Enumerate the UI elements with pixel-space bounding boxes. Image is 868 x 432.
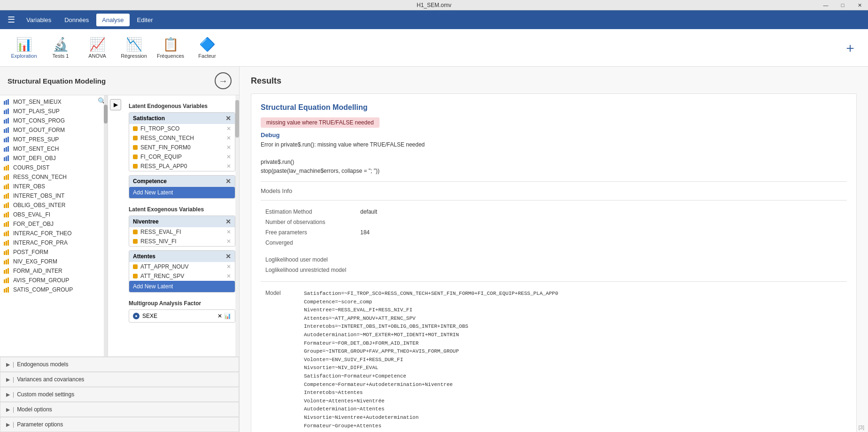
toolbar-facteur[interactable]: 🔷 Facteur [191, 33, 224, 63]
var-avis-form-group[interactable]: AVIS_FORM_GROUP [0, 276, 108, 285]
close-attentes-button[interactable]: ✕ [225, 253, 231, 260]
remove-item-button[interactable]: ✕ [226, 163, 231, 170]
var-mot-sen-mieux[interactable]: MOT_SEN_MIEUX [0, 97, 108, 107]
svg-rect-17 [8, 146, 9, 152]
svg-rect-1 [6, 100, 7, 105]
svg-rect-35 [8, 202, 9, 208]
var-name: MOT_PRES_SUP [13, 136, 59, 143]
item-dot [133, 164, 138, 169]
bar-chart-icon-yellow [4, 287, 10, 293]
svg-rect-12 [4, 139, 5, 142]
remove-item-button[interactable]: ✕ [226, 125, 231, 132]
latent-item-ress-conn-tech: RESS_CONN_TECH ✕ [129, 133, 235, 143]
facteur-label: Facteur [198, 53, 216, 59]
toolbar-frequences[interactable]: 📋 Fréquences [154, 33, 187, 63]
var-satis-comp-group[interactable]: SATIS_COMP_GROUP [0, 285, 108, 294]
svg-rect-53 [8, 259, 9, 264]
panel-content: 🔍 MOT_SEN_MIEUX MOT_PLAIS_SUP MOT_CONS_P… [0, 95, 239, 356]
bar-chart-icon-yellow [4, 212, 10, 217]
var-oblig-obs-inter[interactable]: OBLIG_OBS_INTER [0, 201, 108, 210]
bottom-items: ▶ | Endogenous models ▶ | Variances and … [0, 356, 239, 432]
var-name: INTERAC_FOR_THEO [13, 230, 72, 237]
var-mot-sent-ech[interactable]: MOT_SENT_ECH [0, 144, 108, 154]
var-ress-conn-tech[interactable]: RESS_CONN_TECH [0, 172, 108, 182]
config-scrollbar[interactable] [235, 95, 239, 356]
remove-item-button[interactable]: ✕ [226, 263, 231, 270]
var-mot-defi-obj[interactable]: MOT_DEFI_OBJ [0, 154, 108, 163]
var-mot-cons-prog[interactable]: MOT_CONS_PROG [0, 116, 108, 125]
menu-variables[interactable]: Variables [21, 14, 57, 26]
maximize-button[interactable]: □ [834, 0, 851, 10]
var-mot-gout-form[interactable]: MOT_GOUT_FORM [0, 125, 108, 135]
var-mot-pres-sup[interactable]: MOT_PRES_SUP [0, 135, 108, 144]
var-interac-for-theo[interactable]: INTERAC_FOR_THEO [0, 229, 108, 238]
svg-rect-33 [4, 204, 5, 208]
add-new-latent-exogenous-button[interactable]: Add New Latent [129, 281, 235, 292]
close-button[interactable]: ✕ [851, 0, 868, 10]
menu-editer[interactable]: Editer [132, 14, 159, 26]
bar-chart-icon [4, 137, 10, 142]
latent-item-fi-trop-sco: FI_TROP_SCO ✕ [129, 124, 235, 133]
item-dot [133, 126, 138, 131]
model-options-item[interactable]: ▶ | Model options [0, 402, 239, 417]
toolbar-regression[interactable]: 📉 Régression [117, 33, 150, 63]
var-obs-eval-fi[interactable]: OBS_EVAL_FI [0, 210, 108, 219]
ll-value [356, 255, 846, 264]
modules-button[interactable]: ＋ [840, 35, 860, 61]
toolbar-exploration[interactable]: 📊 Exploration [8, 33, 40, 63]
var-form-aid-inter[interactable]: FORM_AID_INTER [0, 266, 108, 276]
minimize-button[interactable]: — [817, 0, 834, 10]
multigroup-chart-icon[interactable]: 📊 [224, 313, 231, 319]
menu-analyse[interactable]: Analyse [96, 14, 129, 26]
latent-header-satisfaction: Satisfaction ✕ [129, 113, 235, 124]
latent-item-ress-pla-app0: RESS_PLA_APP0 ✕ [129, 162, 235, 171]
var-interac-for-pra[interactable]: INTERAC_FOR_PRA [0, 238, 108, 247]
var-niv-exg-form[interactable]: NIV_EXG_FORM [0, 257, 108, 266]
remove-item-button[interactable]: ✕ [226, 135, 231, 141]
info-value [356, 238, 846, 247]
pipe-separator: | [13, 421, 14, 428]
var-mot-plais-sup[interactable]: MOT_PLAIS_SUP [0, 107, 108, 116]
svg-rect-48 [4, 251, 5, 255]
add-new-latent-endogenous-button[interactable]: Add New Latent [129, 187, 235, 198]
menu-donnees[interactable]: Données [59, 14, 94, 26]
custom-model-settings-item[interactable]: ▶ | Custom model settings [0, 387, 239, 402]
remove-item-button[interactable]: ✕ [226, 229, 231, 235]
var-cours-dist[interactable]: COURS_DIST [0, 163, 108, 172]
remove-item-button[interactable]: ✕ [226, 144, 231, 151]
var-inter-obs[interactable]: INTER_OBS [0, 182, 108, 191]
toolbar-tests[interactable]: 🔬 Tests 1 [44, 33, 77, 63]
svg-rect-61 [6, 288, 7, 293]
transfer-right-button[interactable]: ▶ [110, 99, 121, 110]
svg-rect-19 [6, 156, 7, 161]
remove-item-button[interactable]: ✕ [226, 273, 231, 279]
endogenous-models-item[interactable]: ▶ | Endogenous models [0, 357, 239, 372]
variances-covariances-item[interactable]: ▶ | Variances and covariances [0, 372, 239, 387]
multigroup-remove-icon[interactable]: ✕ [217, 313, 222, 319]
svg-rect-29 [8, 184, 9, 189]
latent-name: Attentes [133, 253, 155, 260]
var-post-form[interactable]: POST_FORM [0, 247, 108, 257]
variables-list: 🔍 MOT_SEN_MIEUX MOT_PLAIS_SUP MOT_CONS_P… [0, 95, 108, 356]
hamburger-menu[interactable]: ☰ [4, 13, 19, 27]
run-button[interactable]: → [215, 72, 232, 89]
anova-icon: 📈 [89, 37, 106, 52]
model-label: Model [262, 288, 299, 432]
remove-item-button[interactable]: ✕ [226, 154, 231, 160]
bar-chart-icon-yellow [4, 278, 10, 283]
var-interet-obs-int[interactable]: INTERET_OBS_INT [0, 191, 108, 201]
toolbar-anova[interactable]: 📈 ANOVA [81, 33, 114, 63]
close-competence-button[interactable]: ✕ [225, 177, 231, 185]
tests-icon: 🔬 [53, 37, 69, 52]
remove-item-button[interactable]: ✕ [226, 238, 231, 245]
parameter-options-item[interactable]: ▶ | Parameter options [0, 417, 239, 432]
item-dot [133, 239, 138, 244]
svg-rect-4 [6, 109, 7, 114]
vars-scrollbar[interactable] [104, 95, 108, 356]
var-for-det-obj[interactable]: FOR_DET_OBJ [0, 219, 108, 229]
close-niventree-button[interactable]: ✕ [225, 218, 231, 225]
debug-line-1: Error in private$.run(): missing value w… [261, 141, 425, 148]
close-satisfaction-button[interactable]: ✕ [225, 115, 231, 122]
frequences-label: Fréquences [157, 53, 184, 59]
svg-rect-57 [4, 279, 5, 283]
